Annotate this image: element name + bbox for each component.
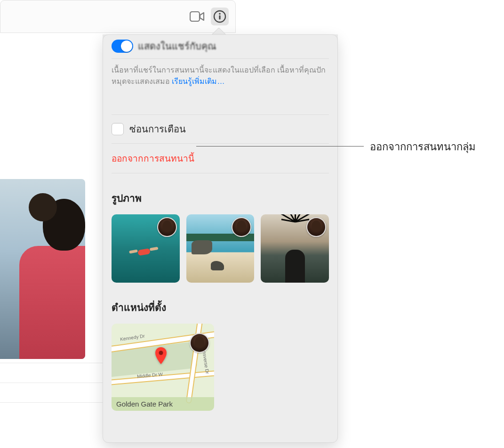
svg-point-4 [159, 351, 163, 355]
map-road-label: Kennedy Dr [120, 333, 145, 342]
hide-alerts-row[interactable]: ซ่อนการเตือน [112, 114, 329, 144]
callout-leader-line [196, 146, 364, 147]
callout-label: ออกจากการสนทนากลุ่ม [370, 138, 476, 155]
leave-conversation-label[interactable]: ออกจากการสนทนานี้ [112, 154, 194, 163]
shared-with-you-row: แสดงในแชร์กับคุณ [112, 35, 329, 59]
location-thumbnail[interactable]: Kennedy Dr Middle Dr W Transverse Dr Gol… [112, 324, 214, 411]
svg-rect-0 [190, 12, 200, 21]
info-button[interactable] [211, 8, 229, 25]
photo-thumbnail[interactable] [112, 214, 180, 283]
svg-point-2 [219, 13, 221, 15]
window-toolbar [0, 0, 236, 33]
photo-thumbnail[interactable] [261, 214, 329, 283]
hide-alerts-checkbox[interactable] [112, 123, 124, 135]
shared-with-you-label: แสดงในแชร์กับคุณ [138, 39, 216, 54]
leave-conversation-row[interactable]: ออกจากการสนทนานี้ [112, 144, 329, 173]
shared-with-you-description: เนื้อหาที่แชร์ในการสนทนานี้จะแสดงในแอปที… [112, 59, 329, 91]
sender-avatar-icon [157, 217, 177, 237]
map-pin-icon [155, 347, 167, 367]
details-popover: แสดงในแชร์กับคุณ เนื้อหาที่แชร์ในการสนทน… [103, 34, 338, 443]
map-caption: Golden Gate Park [112, 397, 214, 411]
toggle-knob [121, 41, 132, 52]
photos-section-title: รูปภาพ [112, 190, 329, 206]
facetime-button[interactable] [188, 8, 206, 25]
hide-alerts-label: ซ่อนการเตือน [129, 122, 186, 137]
sender-avatar-icon [306, 217, 326, 237]
learn-more-link[interactable]: เรียนรู้เพิ่มเติม… [172, 77, 224, 85]
conversation-background-photo [0, 179, 85, 359]
background-list-rows [0, 363, 103, 422]
photos-grid [112, 214, 329, 283]
shared-with-you-toggle[interactable] [112, 40, 133, 53]
location-section-title: ตำแหน่งที่ตั้ง [112, 300, 329, 315]
sender-avatar-icon [190, 333, 209, 353]
svg-rect-3 [219, 16, 220, 20]
photo-thumbnail[interactable] [186, 214, 255, 283]
